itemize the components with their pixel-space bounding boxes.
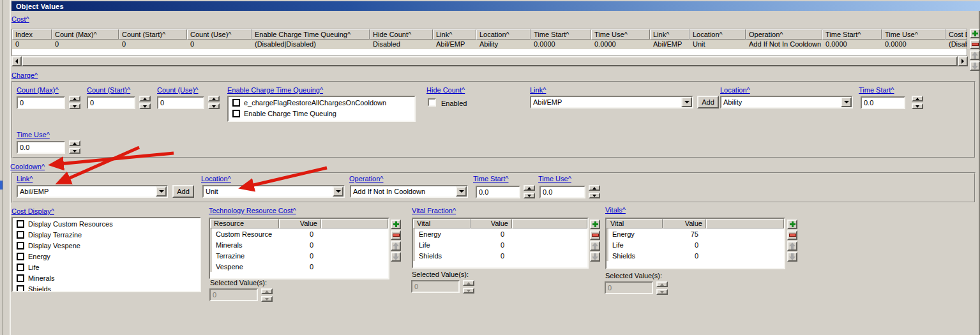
list-item[interactable]: Minerals (13, 272, 200, 283)
move-down-button[interactable] (970, 61, 980, 71)
tech-resource-cost-link[interactable]: Technology Resource Cost^ (209, 207, 296, 214)
cooldown-link-add-button[interactable]: Add (172, 185, 194, 198)
checkbox-unchecked-icon[interactable] (17, 231, 24, 239)
cooldown-operation-dropdown[interactable]: Add If Not In Cooldown (350, 185, 468, 198)
col-header-hide-count[interactable]: Hide Count^ (370, 29, 433, 40)
charge-link-dropdown[interactable]: Abil/EMP (530, 96, 693, 108)
cooldown-time-start-label[interactable]: Time Start^ (473, 175, 508, 182)
table-row[interactable]: Energy75 (607, 228, 784, 239)
charge-time-start-label[interactable]: Time Start^ (859, 86, 894, 94)
remove-row-button[interactable] (787, 230, 797, 240)
table-row[interactable]: Life0 (607, 239, 784, 250)
checkbox-unchecked-icon[interactable] (17, 285, 24, 293)
cooldown-time-use-input[interactable] (539, 186, 585, 198)
scrollbar-thumb[interactable] (22, 56, 958, 66)
dropdown-button[interactable] (681, 97, 692, 107)
cooldown-link-dropdown[interactable]: Abil/EMP (17, 185, 168, 198)
charge-queuing-label[interactable]: Enable Charge Time Queuing^ (227, 86, 323, 94)
cooldown-link-label[interactable]: Link^ (17, 175, 33, 182)
charge-section-link[interactable]: Charge^ (11, 71, 38, 79)
vital-fraction-link[interactable]: Vital Fraction^ (412, 207, 456, 214)
add-row-button[interactable] (590, 220, 600, 229)
enabled-checkbox[interactable] (428, 98, 436, 107)
remove-row-button[interactable] (590, 230, 600, 240)
spinner-up-button[interactable] (139, 96, 151, 101)
checkbox-unchecked-icon[interactable] (17, 242, 24, 249)
dropdown-button[interactable] (156, 186, 167, 197)
spinner-down-button[interactable] (589, 193, 600, 198)
checkbox-unchecked-icon[interactable] (17, 253, 24, 260)
scroll-left-button[interactable] (11, 56, 22, 66)
list-item[interactable]: Life (13, 262, 200, 272)
cooldown-operation-label[interactable]: Operation^ (349, 175, 383, 182)
charge-link-label[interactable]: Link^ (530, 86, 546, 94)
list-item[interactable]: Energy (13, 251, 200, 262)
spinner-down-button[interactable] (69, 148, 80, 154)
add-row-button[interactable] (787, 220, 797, 229)
table-row[interactable]: Minerals0 (210, 239, 388, 250)
charge-count-max-label[interactable]: Count (Max)^ (17, 86, 59, 94)
dropdown-button[interactable] (841, 97, 852, 107)
charge-count-start-input[interactable] (87, 96, 135, 109)
col-header-time-start-2[interactable]: Time Start^ (822, 29, 882, 40)
col-header-time-use-2[interactable]: Time Use^ (882, 29, 946, 40)
move-down-button[interactable] (391, 252, 401, 262)
checkbox-unchecked-icon[interactable] (232, 99, 240, 107)
col-header-cost-display[interactable]: Cost D (946, 29, 967, 40)
spinner-down-button[interactable] (912, 103, 923, 109)
list-item[interactable]: Display Vespene (13, 240, 200, 251)
remove-row-button[interactable] (970, 40, 980, 49)
cooldown-time-start-input[interactable] (476, 186, 520, 198)
col-header-index[interactable]: Index (12, 29, 52, 40)
checkbox-unchecked-icon[interactable] (17, 220, 24, 228)
checkbox-unchecked-icon[interactable] (17, 274, 24, 282)
spinner-down-button[interactable] (208, 103, 220, 109)
list-item[interactable]: e_chargeFlagRestoreAllChargesOnCooldown (229, 97, 414, 108)
spinner-down-button[interactable] (524, 193, 535, 198)
charge-time-use-input[interactable] (17, 141, 65, 154)
add-row-button[interactable] (970, 29, 980, 38)
col-header-count-start[interactable]: Count (Start)^ (119, 29, 187, 40)
cost-section-link[interactable]: Cost^ (11, 15, 29, 23)
checkbox-unchecked-icon[interactable] (232, 110, 240, 117)
charge-count-use-input[interactable] (157, 96, 204, 109)
col-header-location-2[interactable]: Location^ (690, 29, 746, 40)
col-header-operation[interactable]: Operation^ (746, 29, 822, 40)
dropdown-button[interactable] (333, 186, 343, 197)
col-header-link-1[interactable]: Link^ (433, 29, 476, 40)
charge-count-start-label[interactable]: Count (Start)^ (87, 86, 130, 94)
scroll-right-button[interactable] (958, 56, 968, 66)
spinner-up-button[interactable] (208, 96, 220, 101)
cooldown-section-link[interactable]: Cooldown^ (10, 163, 45, 170)
charge-hide-count-label[interactable]: Hide Count^ (426, 86, 465, 94)
spinner-up-button[interactable] (589, 185, 600, 191)
charge-link-add-button[interactable]: Add (697, 96, 719, 108)
table-row[interactable]: Terrazine0 (210, 250, 388, 261)
move-up-button[interactable] (391, 241, 401, 251)
cooldown-location-label[interactable]: Location^ (201, 175, 231, 182)
charge-time-use-label[interactable]: Time Use^ (17, 131, 50, 138)
cooldown-location-dropdown[interactable]: Unit (202, 185, 345, 198)
col-header-count-use[interactable]: Count (Use)^ (187, 29, 252, 40)
remove-row-button[interactable] (391, 230, 401, 240)
spinner-down-button[interactable] (139, 103, 151, 109)
charge-count-max-input[interactable] (17, 96, 65, 109)
table-row[interactable]: Custom Resource0 (210, 228, 388, 239)
list-item[interactable]: Display Custom Resources (13, 218, 200, 229)
list-item[interactable]: Shields (13, 283, 200, 292)
col-header-location-1[interactable]: Location^ (476, 29, 531, 40)
col-header-time-use-1[interactable]: Time Use^ (591, 29, 650, 40)
checkbox-unchecked-icon[interactable] (17, 264, 24, 271)
table-row[interactable]: Shields0 (413, 250, 587, 261)
list-item[interactable]: Enable Charge Time Queuing (229, 108, 414, 119)
move-up-button[interactable] (590, 241, 600, 251)
spinner-up-button[interactable] (69, 96, 80, 101)
horizontal-scrollbar[interactable] (11, 56, 968, 66)
table-row[interactable]: Life0 (413, 239, 587, 250)
dropdown-button[interactable] (456, 186, 467, 197)
table-row[interactable]: Energy0 (413, 228, 587, 239)
vitals-link[interactable]: Vitals^ (605, 206, 626, 214)
move-down-button[interactable] (787, 252, 797, 262)
window-titlebar[interactable]: Object Values (11, 1, 980, 11)
spinner-up-button[interactable] (912, 96, 923, 101)
